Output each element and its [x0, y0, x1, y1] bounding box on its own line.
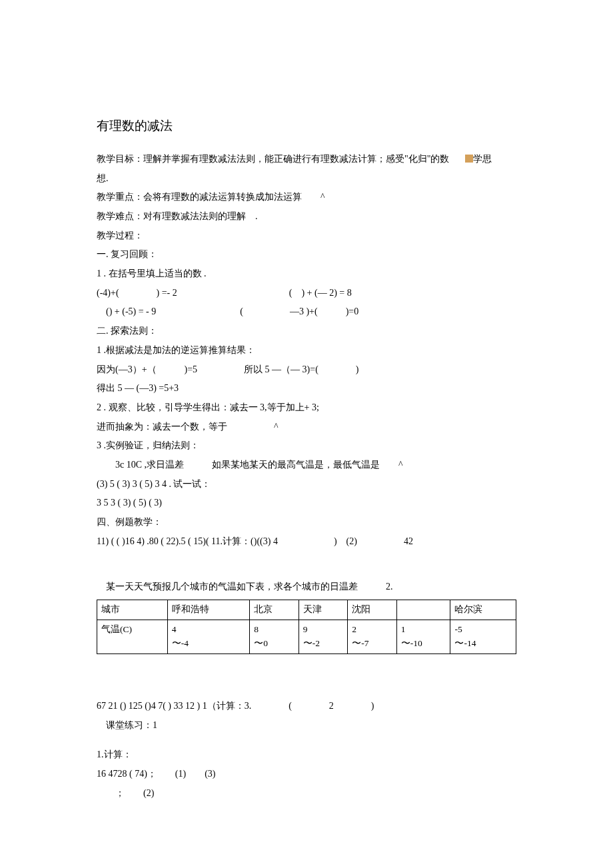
table-cell: 4〜-4	[167, 620, 250, 653]
paragraph: 某一天天气预报几个城市的气温如下表，求各个城市的日温差 2.	[97, 578, 516, 597]
paragraph: 四、例题教学：	[97, 513, 516, 532]
paragraph: 因为(—3）+（ )=5 所以 5 —（— 3)=( )	[97, 360, 516, 380]
table-cell: 北京	[250, 600, 299, 620]
paragraph: 16 4728 ( 74)； (1) (3)	[97, 765, 516, 784]
table-cell: 9〜-2	[299, 620, 347, 653]
paragraph: 1 .根据减法是加法的逆运算推算结果：	[97, 341, 516, 360]
table-row: 气温(C) 4〜-4 8〜0 9〜-2 2〜-7 1〜-10 -5〜-14	[97, 620, 516, 653]
text: 教学目标：理解并掌握有理数减法法则，能正确进行有理数减法计算；感受"化归"的数	[97, 154, 449, 164]
paragraph: 3 .实例验证，归纳法则：	[97, 436, 516, 456]
paragraph: 课堂练习：1	[97, 716, 516, 735]
table-cell: 呼和浩特	[167, 600, 250, 620]
paragraph: 想.	[97, 169, 516, 189]
paragraph: () + (-5) = - 9 ( —3 )+( )=0	[97, 302, 516, 322]
table-cell: 城市	[97, 600, 168, 620]
paragraph: 11) ( ( )16 4) .80 ( 22).5 ( 15)( 11.计算：…	[97, 532, 516, 552]
paragraph: (3) 5 ( 3) 3 ( 5) 3 4 . 试一试：	[97, 475, 516, 494]
paragraph: 得出 5 — (—3) =5+3	[97, 379, 516, 398]
table-row: 城市 呼和浩特 北京 天津 沈阳 哈尔滨	[97, 600, 516, 620]
table-cell: 天津	[299, 600, 347, 620]
document-title: 有理数的减法	[97, 113, 516, 139]
paragraph: 一. 复习回顾：	[97, 245, 516, 264]
table-cell: 沈阳	[348, 600, 396, 620]
paragraph: 3c 10C ,求日温差 如果某地某天的最高气温是，最低气温是 ^	[97, 456, 516, 475]
text: 学思	[473, 154, 492, 164]
paragraph: 教学目标：理解并掌握有理数减法法则，能正确进行有理数减法计算；感受"化归"的数学…	[97, 150, 516, 169]
orange-box-icon	[465, 155, 473, 163]
paragraph: ； (2)	[97, 784, 516, 803]
table-cell	[396, 600, 450, 620]
paragraph: 进而抽象为：减去一个数，等于 ^	[97, 418, 516, 437]
table-cell: 气温(C)	[97, 620, 168, 653]
table-cell: 2〜-7	[348, 620, 396, 653]
paragraph: 二. 探索法则：	[97, 322, 516, 341]
paragraph: 教学重点：会将有理数的减法运算转换成加法运算 ^	[97, 188, 516, 207]
paragraph: 3 5 3 ( 3) ( 5) ( 3)	[97, 494, 516, 513]
paragraph: 1 . 在括号里填上适当的数 .	[97, 264, 516, 284]
table-cell: 1〜-10	[396, 620, 450, 653]
paragraph: 教学过程：	[97, 226, 516, 246]
table-cell: 哈尔滨	[450, 600, 516, 620]
table-cell: 8〜0	[250, 620, 299, 653]
paragraph: (-4)+( ) =- 2 ( ) + (— 2) = 8	[97, 284, 516, 303]
paragraph: 1.计算：	[97, 745, 516, 765]
table-cell: -5〜-14	[450, 620, 516, 653]
paragraph: 67 21 () 125 ()4 7( ) 33 12 ) 1（计算：3. ( …	[97, 697, 516, 716]
temperature-table: 城市 呼和浩特 北京 天津 沈阳 哈尔滨 气温(C) 4〜-4 8〜0 9〜-2…	[97, 600, 516, 654]
paragraph: 教学难点：对有理数减法法则的理解 .	[97, 207, 516, 226]
paragraph: 2 . 观察、比较，引导学生得出：减去一 3,等于加上+ 3;	[97, 398, 516, 418]
